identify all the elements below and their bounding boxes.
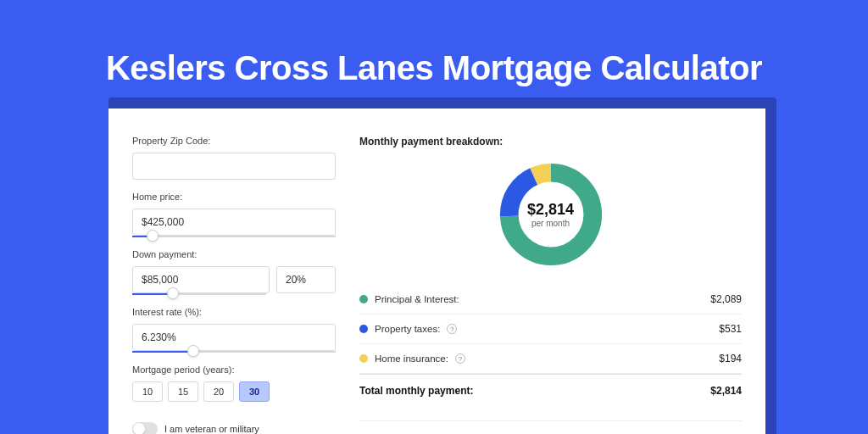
tax-value: $531 bbox=[719, 323, 742, 335]
donut-sub: per month bbox=[527, 219, 574, 228]
zip-input[interactable] bbox=[132, 153, 336, 180]
dot-yellow-icon bbox=[359, 354, 368, 363]
page-title: Keslers Cross Lanes Mortgage Calculator bbox=[0, 0, 868, 87]
veteran-label: I am veteran or military bbox=[164, 424, 259, 434]
ins-label: Home insurance: bbox=[375, 353, 448, 364]
period-20[interactable]: 20 bbox=[203, 381, 234, 402]
period-10[interactable]: 10 bbox=[132, 381, 163, 402]
interest-block: Interest rate (%): bbox=[132, 307, 336, 353]
period-30[interactable]: 30 bbox=[239, 381, 270, 402]
period-block: Mortgage period (years): 10 15 20 30 bbox=[132, 364, 336, 402]
tax-label: Property taxes: bbox=[375, 324, 440, 334]
info-icon[interactable]: ? bbox=[447, 324, 457, 334]
down-payment-label: Down payment: bbox=[132, 249, 336, 259]
breakdown-title: Monthly payment breakdown: bbox=[359, 136, 742, 147]
down-payment-slider[interactable] bbox=[132, 293, 266, 295]
interest-slider[interactable] bbox=[132, 351, 336, 353]
row-home-insurance: Home insurance: ? $194 bbox=[359, 344, 742, 374]
down-payment-percent-input[interactable] bbox=[276, 266, 336, 293]
donut-amount: $2,814 bbox=[527, 201, 574, 219]
zip-label: Property Zip Code: bbox=[132, 136, 336, 146]
pi-value: $2,089 bbox=[710, 293, 742, 305]
down-payment-input[interactable] bbox=[132, 266, 270, 293]
calculator-panel: Property Zip Code: Home price: Down paym… bbox=[108, 108, 765, 434]
dot-green-icon bbox=[359, 295, 368, 303]
row-property-taxes: Property taxes: ? $531 bbox=[359, 314, 742, 344]
dot-blue-icon bbox=[359, 325, 368, 333]
donut-chart-wrap: $2,814 per month bbox=[359, 159, 742, 270]
donut-chart: $2,814 per month bbox=[496, 159, 606, 270]
form-column: Property Zip Code: Home price: Down paym… bbox=[132, 136, 336, 434]
info-icon[interactable]: ? bbox=[455, 353, 465, 364]
home-price-slider[interactable] bbox=[132, 236, 336, 237]
total-label: Total monthly payment: bbox=[359, 385, 473, 397]
row-total: Total monthly payment: $2,814 bbox=[359, 374, 742, 409]
period-15[interactable]: 15 bbox=[168, 381, 198, 402]
donut-center: $2,814 per month bbox=[527, 201, 574, 228]
period-options: 10 15 20 30 bbox=[132, 381, 336, 402]
pi-label: Principal & Interest: bbox=[375, 294, 459, 304]
home-price-block: Home price: bbox=[132, 192, 336, 237]
veteran-toggle-row: I am veteran or military bbox=[132, 422, 336, 434]
home-price-label: Home price: bbox=[132, 192, 336, 202]
interest-label: Interest rate (%): bbox=[132, 307, 336, 317]
ins-value: $194 bbox=[719, 353, 742, 364]
row-principal-interest: Principal & Interest: $2,089 bbox=[359, 285, 742, 314]
total-value: $2,814 bbox=[710, 385, 742, 397]
home-price-slider-handle[interactable] bbox=[147, 230, 159, 242]
interest-slider-handle[interactable] bbox=[187, 345, 199, 357]
breakdown-column: Monthly payment breakdown: $2,814 per mo… bbox=[359, 136, 742, 434]
interest-input[interactable] bbox=[132, 324, 336, 351]
home-price-input[interactable] bbox=[132, 209, 336, 236]
veteran-toggle-knob bbox=[133, 423, 145, 434]
down-payment-block: Down payment: bbox=[132, 249, 336, 295]
page-background: Keslers Cross Lanes Mortgage Calculator … bbox=[0, 0, 868, 434]
amortization-title: Amortization for mortgage loan bbox=[359, 420, 742, 434]
veteran-toggle[interactable] bbox=[132, 422, 158, 434]
zip-field-block: Property Zip Code: bbox=[132, 136, 336, 180]
down-payment-slider-handle[interactable] bbox=[167, 287, 179, 299]
period-label: Mortgage period (years): bbox=[132, 364, 336, 375]
